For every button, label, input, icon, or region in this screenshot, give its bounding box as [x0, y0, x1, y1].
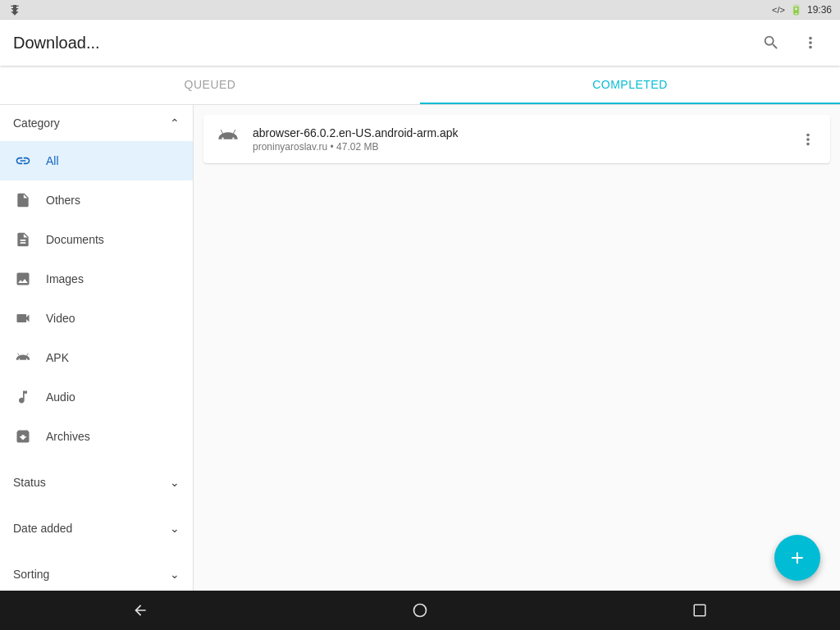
status-bar-left	[8, 3, 21, 16]
tab-queued[interactable]: QUEUED	[0, 66, 420, 104]
sidebar-label-video: Video	[46, 312, 75, 325]
category-chevron-icon: ⌃	[170, 116, 180, 130]
archive-icon	[13, 427, 33, 446]
code-icon: </>	[772, 5, 785, 15]
tab-completed[interactable]: COMPLETED	[420, 66, 840, 104]
app-bar: Download...	[0, 20, 840, 66]
app-bar-actions	[755, 26, 827, 59]
download-item: abrowser-66.0.2.en-US.android-arm.apk pr…	[203, 115, 830, 163]
sidebar-dateadded-header[interactable]: Date added ⌄	[0, 509, 193, 548]
sidebar-sorting-header[interactable]: Sorting ⌄	[0, 555, 193, 591]
sidebar-label-all: All	[46, 154, 59, 167]
sidebar-label-documents: Documents	[46, 233, 104, 246]
app-title: Download...	[13, 34, 755, 52]
recent-button[interactable]	[675, 594, 724, 627]
tabs: QUEUED COMPLETED	[0, 66, 840, 105]
nav-bar	[0, 591, 840, 630]
main-area: Category ⌃ All Others Documents	[0, 105, 840, 591]
dateadded-label: Date added	[13, 522, 72, 535]
dateadded-chevron-icon: ⌄	[170, 522, 180, 535]
status-label: Status	[13, 476, 46, 489]
search-icon	[762, 34, 780, 52]
svg-point-0	[413, 605, 426, 617]
sidebar-item-apk[interactable]: APK	[0, 338, 193, 377]
more-vert-icon	[801, 34, 819, 52]
sidebar-item-all[interactable]: All	[0, 141, 193, 180]
sidebar: Category ⌃ All Others Documents	[0, 105, 194, 591]
content-area: abrowser-66.0.2.en-US.android-arm.apk pr…	[194, 105, 840, 591]
sorting-chevron-icon: ⌄	[170, 568, 180, 581]
search-button[interactable]	[755, 26, 788, 59]
sidebar-item-video[interactable]: Video	[0, 299, 193, 338]
category-label: Category	[13, 116, 60, 130]
svg-rect-1	[695, 605, 706, 616]
time-display: 19:36	[807, 4, 832, 16]
download-item-info: abrowser-66.0.2.en-US.android-arm.apk pr…	[253, 126, 786, 153]
download-item-meta: proninyaroslav.ru • 47.02 MB	[253, 141, 786, 153]
sidebar-item-images[interactable]: Images	[0, 259, 193, 299]
download-item-more-button[interactable]	[799, 130, 817, 148]
category-header[interactable]: Category ⌃	[0, 105, 193, 141]
download-item-name: abrowser-66.0.2.en-US.android-arm.apk	[253, 126, 786, 139]
sidebar-label-others: Others	[46, 194, 80, 207]
battery-icon: 🔋	[790, 4, 802, 16]
status-bar: </> 🔋 19:36	[0, 0, 840, 20]
image-icon	[13, 269, 33, 289]
video-icon	[13, 308, 33, 328]
document-icon	[13, 230, 33, 249]
download-item-separator: •	[331, 141, 337, 153]
sidebar-label-apk: APK	[46, 351, 69, 364]
sidebar-label-images: Images	[46, 272, 84, 285]
status-bar-right: </> 🔋 19:36	[772, 4, 832, 16]
back-button[interactable]	[116, 594, 165, 627]
android-icon	[13, 348, 33, 368]
add-download-fab[interactable]: +	[774, 535, 820, 581]
sidebar-item-audio[interactable]: Audio	[0, 377, 193, 417]
download-item-size: 47.02 MB	[336, 141, 378, 153]
download-item-icon	[217, 125, 240, 153]
file-icon	[13, 190, 33, 210]
status-chevron-icon: ⌄	[170, 476, 180, 489]
sorting-label: Sorting	[13, 568, 49, 581]
download-icon	[8, 3, 21, 16]
download-item-source: proninyaroslav.ru	[253, 141, 327, 153]
sidebar-label-audio: Audio	[46, 390, 75, 404]
sidebar-label-archives: Archives	[46, 430, 90, 443]
sidebar-item-documents[interactable]: Documents	[0, 220, 193, 259]
link-icon	[13, 151, 33, 171]
home-button[interactable]	[395, 594, 445, 627]
music-icon	[13, 387, 33, 407]
sidebar-item-others[interactable]: Others	[0, 180, 193, 220]
more-options-button[interactable]	[794, 26, 827, 59]
sidebar-status-header[interactable]: Status ⌄	[0, 463, 193, 502]
sidebar-item-archives[interactable]: Archives	[0, 417, 193, 456]
